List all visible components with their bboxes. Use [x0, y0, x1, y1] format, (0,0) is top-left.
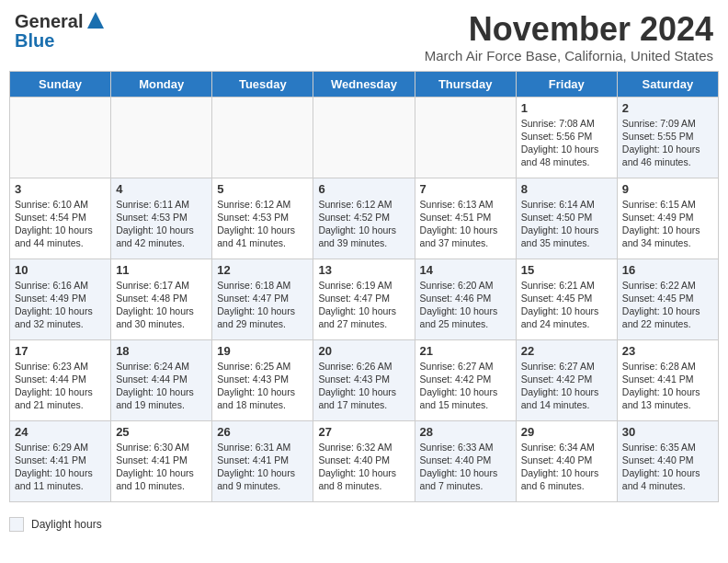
- cell-content: Sunrise: 6:33 AM Sunset: 4:40 PM Dayligh…: [420, 441, 511, 493]
- cal-cell: 6Sunrise: 6:12 AM Sunset: 4:52 PM Daylig…: [313, 178, 415, 259]
- day-number: 20: [318, 344, 409, 358]
- cell-content: Sunrise: 6:24 AM Sunset: 4:44 PM Dayligh…: [116, 360, 207, 412]
- cal-cell: 24Sunrise: 6:29 AM Sunset: 4:41 PM Dayli…: [10, 420, 111, 501]
- week-row-1: 1Sunrise: 7:08 AM Sunset: 5:56 PM Daylig…: [10, 97, 719, 178]
- day-number: 30: [622, 425, 713, 439]
- day-number: 12: [217, 263, 308, 277]
- legend-box: [9, 517, 24, 532]
- day-number: 24: [15, 425, 106, 439]
- cell-content: Sunrise: 6:16 AM Sunset: 4:49 PM Dayligh…: [15, 279, 106, 331]
- cell-content: Sunrise: 6:14 AM Sunset: 4:50 PM Dayligh…: [521, 198, 612, 250]
- day-number: 14: [420, 263, 511, 277]
- cell-content: Sunrise: 6:29 AM Sunset: 4:41 PM Dayligh…: [15, 441, 106, 493]
- cal-cell: 15Sunrise: 6:21 AM Sunset: 4:45 PM Dayli…: [516, 259, 617, 339]
- cal-cell: 1Sunrise: 7:08 AM Sunset: 5:56 PM Daylig…: [516, 97, 617, 178]
- week-row-3: 10Sunrise: 6:16 AM Sunset: 4:49 PM Dayli…: [10, 259, 719, 339]
- cell-content: Sunrise: 6:10 AM Sunset: 4:54 PM Dayligh…: [15, 198, 106, 250]
- cell-content: Sunrise: 6:12 AM Sunset: 4:52 PM Dayligh…: [318, 198, 409, 250]
- cal-cell: 23Sunrise: 6:28 AM Sunset: 4:41 PM Dayli…: [617, 339, 718, 420]
- cal-cell: 2Sunrise: 7:09 AM Sunset: 5:55 PM Daylig…: [617, 97, 718, 178]
- day-header-monday: Monday: [111, 71, 212, 97]
- cal-cell: 12Sunrise: 6:18 AM Sunset: 4:47 PM Dayli…: [212, 259, 313, 339]
- cell-content: Sunrise: 6:11 AM Sunset: 4:53 PM Dayligh…: [116, 198, 207, 250]
- cal-cell: [111, 97, 212, 178]
- legend-area: Daylight hours: [0, 511, 728, 537]
- day-header-sunday: Sunday: [10, 71, 111, 97]
- cell-content: Sunrise: 6:23 AM Sunset: 4:44 PM Dayligh…: [15, 360, 106, 412]
- cal-cell: 19Sunrise: 6:25 AM Sunset: 4:43 PM Dayli…: [212, 339, 313, 420]
- cal-cell: [313, 97, 415, 178]
- day-number: 10: [15, 263, 106, 277]
- day-number: 26: [217, 425, 308, 439]
- week-row-2: 3Sunrise: 6:10 AM Sunset: 4:54 PM Daylig…: [10, 178, 719, 259]
- day-number: 5: [217, 182, 308, 196]
- cal-cell: 20Sunrise: 6:26 AM Sunset: 4:43 PM Dayli…: [313, 339, 415, 420]
- day-header-saturday: Saturday: [617, 71, 718, 97]
- header: General Blue November 2024 March Air For…: [0, 0, 728, 71]
- day-header-row: SundayMondayTuesdayWednesdayThursdayFrid…: [10, 71, 719, 97]
- cal-cell: 30Sunrise: 6:35 AM Sunset: 4:40 PM Dayli…: [617, 420, 718, 501]
- day-number: 28: [420, 425, 511, 439]
- cell-content: Sunrise: 6:26 AM Sunset: 4:43 PM Dayligh…: [318, 360, 409, 412]
- cal-cell: 11Sunrise: 6:17 AM Sunset: 4:48 PM Dayli…: [111, 259, 212, 339]
- day-number: 19: [217, 344, 308, 358]
- title-area: November 2024 March Air Force Base, Cali…: [425, 11, 713, 63]
- cell-content: Sunrise: 6:31 AM Sunset: 4:41 PM Dayligh…: [217, 441, 308, 493]
- day-number: 2: [622, 101, 713, 115]
- cell-content: Sunrise: 7:09 AM Sunset: 5:55 PM Dayligh…: [622, 117, 713, 169]
- day-header-friday: Friday: [516, 71, 617, 97]
- week-row-4: 17Sunrise: 6:23 AM Sunset: 4:44 PM Dayli…: [10, 339, 719, 420]
- cal-cell: 7Sunrise: 6:13 AM Sunset: 4:51 PM Daylig…: [415, 178, 516, 259]
- cal-cell: 16Sunrise: 6:22 AM Sunset: 4:45 PM Dayli…: [617, 259, 718, 339]
- legend-label: Daylight hours: [31, 518, 102, 531]
- cell-content: Sunrise: 6:25 AM Sunset: 4:43 PM Dayligh…: [217, 360, 308, 412]
- cell-content: Sunrise: 6:19 AM Sunset: 4:47 PM Dayligh…: [318, 279, 409, 331]
- cal-cell: 5Sunrise: 6:12 AM Sunset: 4:53 PM Daylig…: [212, 178, 313, 259]
- day-number: 25: [116, 425, 207, 439]
- cell-content: Sunrise: 6:17 AM Sunset: 4:48 PM Dayligh…: [116, 279, 207, 331]
- day-number: 1: [521, 101, 612, 115]
- cal-cell: 10Sunrise: 6:16 AM Sunset: 4:49 PM Dayli…: [10, 259, 111, 339]
- cell-content: Sunrise: 6:32 AM Sunset: 4:40 PM Dayligh…: [318, 441, 409, 493]
- day-number: 6: [318, 182, 409, 196]
- location-title: March Air Force Base, California, United…: [425, 48, 713, 63]
- cal-cell: 8Sunrise: 6:14 AM Sunset: 4:50 PM Daylig…: [516, 178, 617, 259]
- cell-content: Sunrise: 6:34 AM Sunset: 4:40 PM Dayligh…: [521, 441, 612, 493]
- week-row-5: 24Sunrise: 6:29 AM Sunset: 4:41 PM Dayli…: [10, 420, 719, 501]
- day-header-tuesday: Tuesday: [212, 71, 313, 97]
- cal-cell: [212, 97, 313, 178]
- cell-content: Sunrise: 6:21 AM Sunset: 4:45 PM Dayligh…: [521, 279, 612, 331]
- cal-cell: 21Sunrise: 6:27 AM Sunset: 4:42 PM Dayli…: [415, 339, 516, 420]
- cal-cell: 14Sunrise: 6:20 AM Sunset: 4:46 PM Dayli…: [415, 259, 516, 339]
- day-number: 17: [15, 344, 106, 358]
- cell-content: Sunrise: 6:27 AM Sunset: 4:42 PM Dayligh…: [521, 360, 612, 412]
- day-number: 11: [116, 263, 207, 277]
- cal-cell: [415, 97, 516, 178]
- cal-cell: 3Sunrise: 6:10 AM Sunset: 4:54 PM Daylig…: [10, 178, 111, 259]
- cal-cell: 4Sunrise: 6:11 AM Sunset: 4:53 PM Daylig…: [111, 178, 212, 259]
- cell-content: Sunrise: 6:27 AM Sunset: 4:42 PM Dayligh…: [420, 360, 511, 412]
- day-number: 16: [622, 263, 713, 277]
- cell-content: Sunrise: 6:35 AM Sunset: 4:40 PM Dayligh…: [622, 441, 713, 493]
- day-number: 23: [622, 344, 713, 358]
- cal-cell: 28Sunrise: 6:33 AM Sunset: 4:40 PM Dayli…: [415, 420, 516, 501]
- day-number: 22: [521, 344, 612, 358]
- cal-cell: 27Sunrise: 6:32 AM Sunset: 4:40 PM Dayli…: [313, 420, 415, 501]
- cell-content: Sunrise: 6:20 AM Sunset: 4:46 PM Dayligh…: [420, 279, 511, 331]
- logo-triangle-icon: [87, 12, 104, 29]
- cal-cell: 17Sunrise: 6:23 AM Sunset: 4:44 PM Dayli…: [10, 339, 111, 420]
- day-number: 18: [116, 344, 207, 358]
- day-number: 21: [420, 344, 511, 358]
- cell-content: Sunrise: 6:30 AM Sunset: 4:41 PM Dayligh…: [116, 441, 207, 493]
- day-header-thursday: Thursday: [415, 71, 516, 97]
- day-number: 3: [15, 182, 106, 196]
- day-number: 4: [116, 182, 207, 196]
- logo: General Blue: [15, 11, 104, 52]
- day-number: 27: [318, 425, 409, 439]
- calendar-container: SundayMondayTuesdayWednesdayThursdayFrid…: [0, 71, 728, 511]
- cal-cell: 26Sunrise: 6:31 AM Sunset: 4:41 PM Dayli…: [212, 420, 313, 501]
- day-number: 8: [521, 182, 612, 196]
- cell-content: Sunrise: 7:08 AM Sunset: 5:56 PM Dayligh…: [521, 117, 612, 169]
- cell-content: Sunrise: 6:12 AM Sunset: 4:53 PM Dayligh…: [217, 198, 308, 250]
- day-number: 29: [521, 425, 612, 439]
